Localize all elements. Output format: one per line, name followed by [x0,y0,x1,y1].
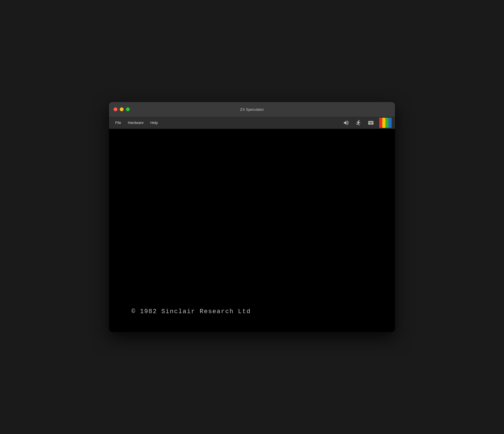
copyright-text: © 1982 Sinclair Research Ltd [131,308,251,315]
logo-stripe-blue [389,118,392,128]
logo-stripe-red [379,118,382,128]
menu-item-help[interactable]: Help [147,119,161,126]
toolbar-right [342,118,392,128]
menu-item-hardware[interactable]: Hardware [125,119,146,126]
close-button[interactable] [114,107,117,111]
keyboard-icon[interactable] [367,119,375,127]
window-title: ZX Speculator [240,107,264,112]
menu-items: File Hardware Help [112,119,342,126]
traffic-lights [114,107,130,111]
person-icon[interactable] [355,119,362,127]
menu-bar: File Hardware Help [109,117,395,129]
sinclair-logo [379,118,392,128]
title-bar: ZX Speculator [109,102,395,117]
app-window: ZX Speculator File Hardware Help [109,102,395,332]
logo-stripe-green [385,118,389,128]
maximize-button[interactable] [126,107,130,111]
sound-icon[interactable] [342,119,350,127]
menu-item-file[interactable]: File [112,119,124,126]
emulator-screen: © 1982 Sinclair Research Ltd [109,129,395,332]
logo-stripe-yellow [382,118,385,128]
minimize-button[interactable] [120,107,124,111]
